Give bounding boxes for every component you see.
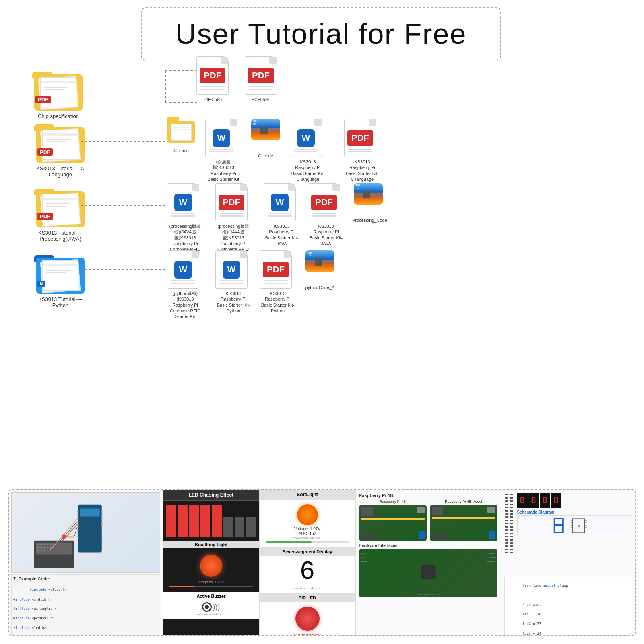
- somebody-label: Somebody: [263, 632, 352, 635]
- rpi-board-label-2: Raspberry Pi 4B Model: [430, 500, 497, 504]
- sound-waves: ))): [213, 603, 220, 611]
- svg-rect-18: [80, 509, 100, 517]
- code-block: 7. Example Code: #include <stdio.h> #inc…: [11, 574, 160, 635]
- zip-icon-python: 360 ZIP: [304, 250, 336, 283]
- word-icon-java2: W: [264, 183, 296, 221]
- folder-pdf-badge-python: N: [37, 281, 45, 287]
- led-bar-6: [223, 517, 233, 537]
- svg-rect-62: [505, 526, 508, 528]
- folder-label-c: KS3013 Tutorial----C Language: [32, 165, 89, 178]
- file-java-word2: W KS3013 Raspberry Pi Basic Starter Kit-…: [264, 183, 300, 246]
- svg-rect-30: [101, 513, 103, 514]
- seg-d4: 8: [551, 493, 561, 508]
- rpi-usb-1: [361, 534, 377, 539]
- rpi-board-1: Raspberry Pi 4B: [359, 500, 427, 541]
- svg-rect-44: [505, 497, 508, 499]
- svg-rect-76: [505, 549, 508, 550]
- schematic-section: 8 8 8 8 Schematic Diagram: [501, 490, 635, 635]
- svg-point-6: [50, 544, 52, 545]
- folder-label-chip: Chip specification: [38, 113, 79, 119]
- file-c-word1: W (众晟装框)KS3013 Raspberry Pi Basic Starte…: [205, 119, 242, 182]
- hardware-interfaces-title: Hardware Interfaces:: [359, 543, 497, 548]
- svg-rect-22: [77, 519, 78, 520]
- svg-rect-55: [510, 513, 513, 515]
- softlight-area: Voltage: 1.97V ADC: 152 www.keyestudio.c…: [260, 500, 355, 548]
- rpi-gpio-1: [361, 518, 425, 520]
- file-label-c-word1: (众晟装框)KS3013 Raspberry Pi Basic Starter …: [205, 159, 242, 182]
- svg-rect-50: [505, 507, 508, 508]
- folder-label-python: KS3013 Tutorial----Python: [32, 296, 89, 308]
- gpio-code-block: from time import sleep # IO pin: led1 = …: [504, 577, 632, 635]
- file-label-python-pdf: KS3013 Raspberry Pi Basic Starter Kit-Py…: [260, 291, 296, 314]
- svg-rect-68: [505, 536, 508, 537]
- file-74hc595: PDF 74HC595: [196, 56, 229, 102]
- led-bar-8: [246, 517, 256, 537]
- hw-label-usb: USB: [361, 556, 365, 559]
- breathing-progress-bar: [169, 586, 252, 587]
- folder-section-c: PDF KS3013 Tutorial----C Language: [32, 119, 89, 178]
- display-section: SoftLight Voltage: 1.97V ADC: 152 www.ke…: [260, 490, 356, 635]
- hw-label-gpio: GPIO: [361, 552, 367, 555]
- svg-rect-45: [510, 497, 513, 499]
- tree-vert-chip: [165, 70, 166, 103]
- svg-point-9: [40, 547, 42, 549]
- seven-seg-website: www.keyestudio.com: [263, 586, 352, 590]
- svg-rect-73: [510, 542, 513, 544]
- rpi-section: Raspberry Pi 4B: Raspberry Pi 4B Raspber…: [356, 490, 501, 635]
- file-java-pdf1: PDF (processing版装框)(JAVA遮盖)KS3013 Raspbe…: [215, 183, 252, 258]
- svg-rect-46: [505, 500, 508, 502]
- hw-label-ethernet: Ethernet: [487, 560, 496, 563]
- folder-section-java: PDF KS3013 Tutorial----Processing(JAVA): [32, 183, 89, 242]
- file-label-java-word2: KS3013 Raspberry Pi Basic Starter Kit-JA…: [264, 223, 300, 246]
- led-bar-3: [189, 505, 199, 537]
- svg-point-3: [40, 544, 42, 545]
- circuit-svg: [12, 493, 160, 572]
- pdf-badge-java2: PDF: [311, 195, 337, 210]
- svg-rect-81: [554, 524, 562, 526]
- rpi-board-2: Raspberry Pi 4B Model: [430, 500, 497, 541]
- rpi-chip-1: [361, 507, 373, 516]
- folder-icon-java: PDF: [34, 183, 87, 227]
- seg-schematic-diagram: IC: [517, 515, 632, 535]
- svg-rect-33: [101, 522, 103, 523]
- rpi-boards: Raspberry Pi 4B Raspberry Pi 4B Model: [359, 500, 497, 541]
- rpi-connector-2: [487, 507, 495, 513]
- seg-d3: 8: [540, 493, 550, 508]
- buzzer-icon: ))): [202, 602, 220, 612]
- svg-rect-56: [505, 516, 508, 518]
- rpi-board-label-1: Raspberry Pi 4B: [359, 500, 427, 504]
- led-section: LED Chasing Effect Breathing Light progr…: [163, 490, 259, 635]
- rpi-hdmi-1: [419, 531, 425, 539]
- connector-chip: [80, 87, 165, 87]
- svg-rect-27: [77, 533, 78, 534]
- svg-rect-85: [553, 525, 555, 533]
- svg-point-12: [50, 547, 52, 549]
- folder-icon-chip: PDF: [32, 66, 85, 111]
- pdf-badge-python: PDF: [263, 262, 289, 277]
- seg-digits: 8 8 8 8: [517, 493, 632, 508]
- branch-pcf: [165, 102, 197, 103]
- folder-pdf-badge-java: PDF: [37, 213, 53, 220]
- gpio-pins-diagram: [504, 493, 514, 575]
- pdf-icon-c2: PDF: [344, 119, 376, 157]
- file-c-code-folder: C_code: [167, 121, 195, 153]
- file-label-python-word2: KS3013 Raspberry Pi Basic Starter Kit-Py…: [215, 291, 252, 314]
- breathing-progress-fill: [169, 586, 194, 587]
- pir-circle: [295, 607, 320, 631]
- file-label-74hc595: 74HC595: [196, 97, 229, 102]
- svg-rect-34: [101, 524, 103, 526]
- breathing-light-title: Breathing Light: [163, 541, 259, 548]
- svg-rect-28: [77, 536, 78, 537]
- file-python-word2: W KS3013 Raspberry Pi Basic Starter Kit-…: [215, 250, 252, 314]
- rpi-pcb-2: [430, 505, 497, 541]
- svg-rect-57: [510, 516, 513, 518]
- led-bar-4: [200, 505, 210, 537]
- svg-rect-26: [77, 530, 78, 531]
- file-c-zip: 360 ZIP C_code: [250, 119, 282, 159]
- svg-rect-24: [77, 524, 78, 526]
- code-content: #include <stdio.h> #include <stdlib.h> #…: [13, 583, 158, 635]
- softlight-voltage: Voltage: 1.97V: [263, 527, 352, 531]
- svg-rect-64: [505, 529, 508, 531]
- svg-point-10: [43, 547, 45, 549]
- file-java-pdf2: PDF KS3013 Raspberry Pi Basic Starter Ki…: [308, 183, 344, 246]
